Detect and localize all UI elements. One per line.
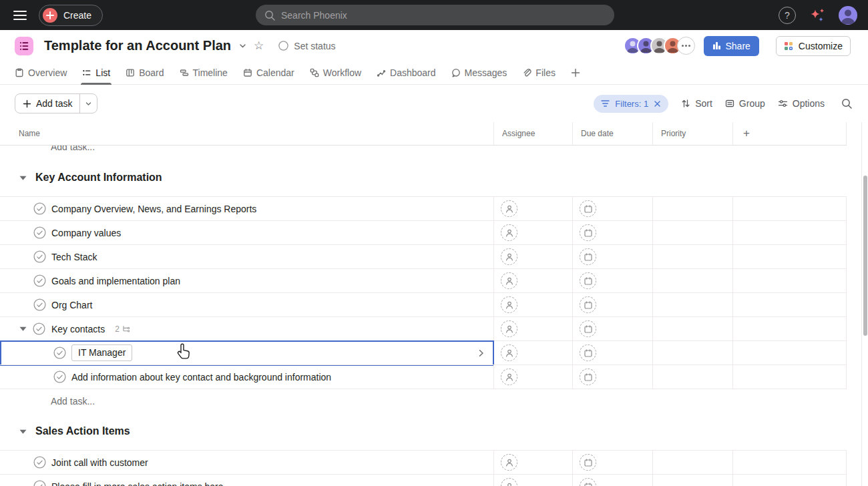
task-row[interactable]: Joint call with customer	[0, 450, 847, 474]
assignee-empty[interactable]	[501, 478, 517, 486]
priority-cell[interactable]	[653, 365, 733, 389]
column-header-priority[interactable]: Priority	[653, 122, 733, 145]
assignee-empty[interactable]	[501, 248, 517, 265]
more-members-button[interactable]	[677, 37, 695, 55]
create-button[interactable]: Create	[39, 5, 103, 26]
task-name[interactable]: Company Overview, News, and Earnings Rep…	[51, 204, 256, 214]
title-chevron-down-icon[interactable]	[238, 41, 247, 50]
priority-cell[interactable]	[653, 475, 733, 486]
assignee-empty[interactable]	[501, 320, 517, 337]
column-header-due-date[interactable]: Due date	[573, 122, 653, 145]
complete-check-icon[interactable]	[33, 480, 46, 486]
clear-filters-icon[interactable]	[654, 100, 661, 107]
complete-check-icon[interactable]	[33, 274, 46, 287]
due-date-empty[interactable]	[580, 272, 596, 289]
priority-cell[interactable]	[653, 293, 733, 316]
tab-calendar[interactable]: Calendar	[243, 61, 294, 84]
priority-cell[interactable]	[653, 451, 733, 474]
add-column-button[interactable]: +	[733, 122, 847, 145]
complete-check-icon[interactable]	[33, 322, 45, 335]
expand-triangle-icon[interactable]	[19, 326, 27, 332]
task-row[interactable]: Please fill in more sales action items h…	[0, 474, 847, 486]
complete-check-icon[interactable]	[53, 371, 66, 383]
filters-chip[interactable]: Filters: 1	[594, 95, 668, 113]
sort-button[interactable]: Sort	[681, 98, 712, 109]
due-date-empty[interactable]	[580, 454, 596, 471]
tab-timeline[interactable]: Timeline	[180, 61, 228, 84]
customize-button[interactable]: Customize	[776, 36, 851, 56]
task-row[interactable]: Org Chart	[0, 292, 847, 316]
assignee-empty[interactable]	[501, 454, 517, 471]
complete-check-icon[interactable]	[33, 202, 46, 215]
menu-icon[interactable]	[13, 9, 27, 21]
project-icon[interactable]	[15, 37, 33, 55]
task-name[interactable]: Key contacts	[51, 324, 105, 334]
task-row[interactable]: Company values	[0, 220, 847, 244]
tab-dashboard[interactable]: Dashboard	[377, 61, 436, 84]
tab-list[interactable]: List	[82, 61, 110, 84]
priority-cell[interactable]	[653, 221, 733, 244]
global-search-input[interactable]: Search Phoenix	[256, 5, 614, 25]
due-date-empty[interactable]	[580, 200, 596, 217]
assignee-empty[interactable]	[501, 200, 517, 217]
priority-cell[interactable]	[653, 197, 733, 220]
due-date-empty[interactable]	[580, 320, 596, 337]
due-date-empty[interactable]	[580, 248, 596, 265]
assignee-empty[interactable]	[501, 369, 517, 385]
add-task-row[interactable]: Add task...	[0, 146, 847, 159]
user-avatar[interactable]	[839, 6, 857, 25]
priority-cell[interactable]	[653, 317, 733, 340]
group-button[interactable]: Group	[725, 98, 765, 109]
task-name[interactable]: Tech Stack	[51, 252, 97, 262]
due-date-empty[interactable]	[580, 344, 596, 361]
priority-cell[interactable]	[653, 341, 733, 364]
task-name[interactable]: Org Chart	[51, 300, 92, 310]
open-detail-chevron-icon[interactable]	[477, 348, 485, 357]
task-name[interactable]: Company values	[51, 228, 121, 238]
complete-check-icon[interactable]	[33, 250, 46, 263]
task-name[interactable]: Add information about key contact and ba…	[71, 372, 331, 383]
column-header-name[interactable]: Name	[0, 122, 494, 145]
section-title[interactable]: Sales Action Items	[35, 425, 130, 437]
scrollbar-thumb[interactable]	[863, 176, 867, 336]
tab-messages[interactable]: Messages	[451, 61, 507, 84]
section-title[interactable]: Key Account Information	[35, 172, 162, 184]
complete-check-icon[interactable]	[33, 456, 46, 469]
task-row[interactable]: Tech Stack	[0, 244, 847, 268]
due-date-empty[interactable]	[580, 224, 596, 241]
task-name[interactable]: Goals and implementation plan	[51, 276, 180, 286]
subtask-row-selected[interactable]: IT Manager	[0, 340, 847, 364]
due-date-empty[interactable]	[580, 478, 596, 486]
task-name[interactable]: Please fill in more sales action items h…	[51, 481, 224, 486]
column-header-assignee[interactable]: Assignee	[494, 122, 573, 145]
collapse-triangle-icon[interactable]	[19, 429, 27, 435]
set-status-button[interactable]: Set status	[278, 41, 335, 51]
add-task-dropdown[interactable]	[79, 94, 97, 113]
subtask-row[interactable]: Add information about key contact and ba…	[0, 364, 847, 389]
help-button[interactable]: ?	[779, 7, 796, 24]
tab-workflow[interactable]: Workflow	[310, 61, 361, 84]
due-date-empty[interactable]	[580, 296, 596, 313]
complete-check-icon[interactable]	[33, 226, 46, 239]
tab-board[interactable]: Board	[126, 61, 164, 84]
options-button[interactable]: Options	[778, 98, 825, 109]
list-search-button[interactable]	[841, 98, 852, 109]
favorite-star-icon[interactable]: ☆	[254, 40, 264, 51]
add-view-button[interactable]	[571, 61, 580, 84]
assignee-empty[interactable]	[501, 272, 517, 289]
tab-files[interactable]: Files	[522, 61, 556, 84]
assignee-empty[interactable]	[501, 344, 517, 361]
assignee-empty[interactable]	[501, 224, 517, 241]
tab-overview[interactable]: Overview	[15, 61, 67, 84]
task-row-key-contacts[interactable]: Key contacts 2	[0, 316, 847, 340]
share-button[interactable]: Share	[704, 36, 759, 56]
assignee-empty[interactable]	[501, 296, 517, 313]
add-task-row[interactable]: Add task...	[0, 389, 847, 413]
due-date-empty[interactable]	[580, 369, 596, 385]
complete-check-icon[interactable]	[33, 298, 46, 311]
collapse-triangle-icon[interactable]	[19, 175, 27, 181]
priority-cell[interactable]	[653, 269, 733, 292]
priority-cell[interactable]	[653, 245, 733, 268]
task-row[interactable]: Company Overview, News, and Earnings Rep…	[0, 196, 847, 220]
ai-sparkles-icon[interactable]	[809, 7, 826, 24]
